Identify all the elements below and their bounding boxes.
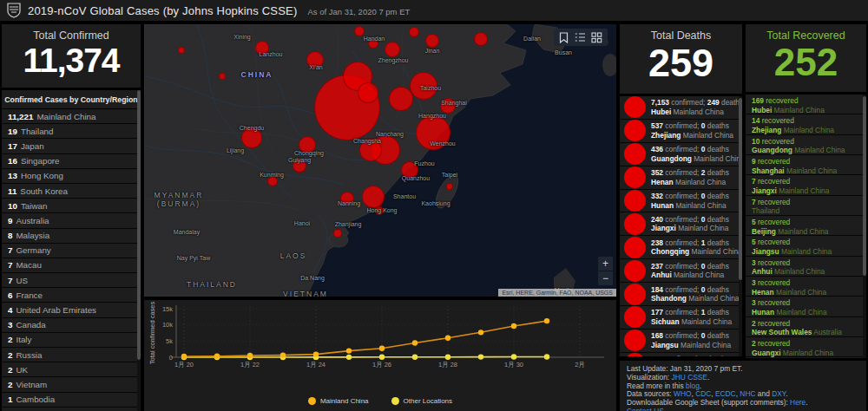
case-bubble[interactable] [178, 47, 185, 54]
recovered-region-row[interactable]: 3 recoveredAnhui Mainland China [746, 257, 866, 277]
info-link[interactable]: JHU CSSE [672, 373, 707, 382]
confirmed-country-row[interactable]: 4United Arab Emirates [2, 303, 141, 317]
confirmed-country-row[interactable]: 6France [2, 288, 141, 303]
data-point[interactable] [247, 353, 253, 358]
data-point[interactable] [181, 354, 187, 359]
data-point[interactable] [544, 318, 549, 323]
recovered-region-row[interactable]: 9 recoveredShanghai Mainland China [746, 155, 866, 175]
zoom-out-button[interactable]: − [598, 271, 613, 285]
case-bubble[interactable] [409, 27, 419, 37]
map-panel[interactable]: CHINAMYANMAR(BURMA)LAOSTHAILANDVIETNAMXi… [144, 24, 616, 297]
data-point[interactable] [379, 355, 385, 360]
recovered-region-row[interactable]: 5 recoveredJiangsu Mainland China [746, 236, 866, 256]
total-deaths-title: Total Deaths [620, 24, 742, 42]
recovered-region-row[interactable]: 2 recoveredNew South Wales Australia [746, 317, 866, 337]
data-point[interactable] [478, 354, 483, 359]
timeline-chart[interactable]: 05k10k15k1月 201月 221月 241月 261月 281月 302… [144, 300, 616, 411]
recovered-region-row[interactable]: 5 recoveredBeijing Mainland China [746, 216, 866, 236]
case-bubble[interactable] [333, 229, 342, 238]
deaths-region-row[interactable]: 537 confirmed; 0 deathsZhejiang Mainland… [620, 120, 742, 143]
confirmed-country-row[interactable]: 2Vietnam [2, 377, 141, 392]
data-point[interactable] [445, 354, 450, 359]
deaths-region-row[interactable]: 237 confirmed; 0 deathsAnhui Mainland Ch… [620, 259, 742, 283]
confirmed-country-row[interactable]: 1Finland [2, 408, 141, 411]
confirmed-country-row[interactable]: 19Thailand [2, 124, 141, 139]
deaths-region-row[interactable]: 153 confirmed; 1 deathsShanghai Mainland… [620, 353, 742, 356]
deaths-region-row[interactable]: 332 confirmed; 0 deathsHunan Mainland Ch… [620, 190, 742, 213]
data-point[interactable] [280, 352, 286, 357]
confirmed-country-row[interactable]: 2UK [2, 362, 141, 377]
case-bubble[interactable] [474, 32, 488, 46]
confirmed-country-row[interactable]: 7Macau [2, 258, 141, 273]
case-bubble[interactable] [358, 82, 378, 103]
deaths-region-row[interactable]: 184 confirmed; 0 deathsShandong Mainland… [620, 283, 742, 306]
data-point[interactable] [445, 336, 450, 341]
confirmed-country-row[interactable]: 16Singapore [2, 154, 141, 169]
info-link[interactable]: DXY [772, 389, 786, 398]
case-bubble[interactable] [241, 127, 262, 148]
legend-item[interactable]: Mainland China [308, 397, 369, 405]
confirmed-country-row[interactable]: 11South Korea [2, 184, 141, 199]
data-point[interactable] [544, 354, 549, 359]
recovered-region-row[interactable]: 14 recoveredZhejiang Mainland China [746, 114, 866, 134]
confirmed-country-row[interactable]: 8Malaysia [2, 229, 141, 244]
deaths-region-row[interactable]: 177 confirmed; 1 deathsSichuan Mainland … [620, 306, 742, 329]
info-link[interactable]: blog [686, 382, 700, 390]
deaths-region-row[interactable]: 238 confirmed; 1 deathsChongqing Mainlan… [620, 236, 742, 259]
zoom-in-button[interactable]: + [598, 257, 613, 271]
info-link[interactable]: NHC [740, 389, 755, 398]
case-bubble[interactable] [389, 87, 413, 111]
legend-item[interactable]: Other Locations [391, 397, 452, 405]
confirmed-country-row[interactable]: 7Germany [2, 244, 141, 258]
confirmed-country-row[interactable]: 2Russia [2, 348, 141, 362]
info-link[interactable]: ECDC [715, 389, 736, 398]
bookmark-icon[interactable] [559, 32, 569, 43]
confirmed-country-row[interactable]: 10Taiwan [2, 199, 141, 213]
recovered-region-row[interactable]: 7 recoveredJiangxi Mainland China [746, 175, 866, 195]
deaths-region-row[interactable]: 436 confirmed; 0 deathsGuangdong Mainlan… [620, 143, 742, 166]
data-point[interactable] [313, 351, 319, 356]
case-bubble[interactable] [446, 183, 453, 190]
case-bubble[interactable] [219, 73, 226, 80]
confirmed-country-row[interactable]: 3Canada [2, 318, 141, 333]
data-point[interactable] [412, 355, 418, 360]
recovered-region-row[interactable]: 3 recoveredHunan Mainland China [746, 297, 866, 316]
recovered-region-row[interactable]: 169 recoveredHubei Mainland China [746, 95, 866, 114]
legend-icon[interactable] [575, 32, 586, 42]
info-link[interactable]: WHO [674, 389, 691, 398]
confirmed-country-row[interactable]: 11,221Mainland China [2, 109, 141, 124]
confirmed-country-row[interactable]: 2Italy [2, 333, 141, 348]
recovered-region-row[interactable]: 10 recoveredGuangdong Mainland China [746, 135, 866, 155]
confirmed-country-row[interactable]: 9Australia [2, 213, 141, 228]
deaths-region-row[interactable]: 7,153 confirmed; 249 deathsHubei Mainlan… [620, 96, 742, 120]
deaths-region-row[interactable]: 168 confirmed; 0 deathsJiangsu Mainland … [620, 329, 742, 353]
deaths-region-row[interactable]: 352 confirmed; 2 deathsHenan Mainland Ch… [620, 166, 742, 190]
recovered-region-row[interactable]: 7 recoveredThailand [746, 196, 866, 216]
data-point[interactable] [346, 348, 352, 353]
scrollbar-thumb[interactable] [739, 98, 742, 280]
scrollbar-thumb[interactable] [863, 96, 866, 276]
data-point[interactable] [346, 355, 352, 360]
case-bubble[interactable] [267, 176, 278, 186]
data-point[interactable] [412, 340, 418, 345]
deaths-region-row[interactable]: 240 confirmed; 0 deathsJiangxi Mainland … [620, 212, 742, 236]
case-bubble[interactable] [425, 34, 439, 48]
data-point[interactable] [511, 354, 516, 359]
confirmed-country-row[interactable]: 1Cambodia [2, 393, 141, 408]
confirmed-country-row[interactable]: 17Japan [2, 139, 141, 153]
recovered-region-row[interactable]: 3 recoveredHenan Mainland China [746, 277, 866, 297]
confirmed-country-row[interactable]: 7US [2, 273, 141, 288]
info-link[interactable]: Here [790, 398, 806, 407]
scrollbar-thumb[interactable] [137, 90, 141, 360]
case-bubble[interactable] [385, 42, 400, 57]
confirmed-country-row[interactable]: 13Hong Kong [2, 169, 141, 184]
basemap-icon[interactable] [591, 32, 602, 43]
info-link[interactable]: Contact US [627, 407, 664, 411]
data-point[interactable] [214, 354, 220, 359]
data-point[interactable] [478, 329, 483, 335]
info-link[interactable]: CDC [695, 389, 711, 398]
data-point[interactable] [511, 323, 516, 329]
case-bubble[interactable] [362, 186, 385, 208]
recovered-region-row[interactable]: 2 recoveredGuangxi Mainland China [746, 337, 866, 357]
data-point[interactable] [379, 346, 385, 351]
